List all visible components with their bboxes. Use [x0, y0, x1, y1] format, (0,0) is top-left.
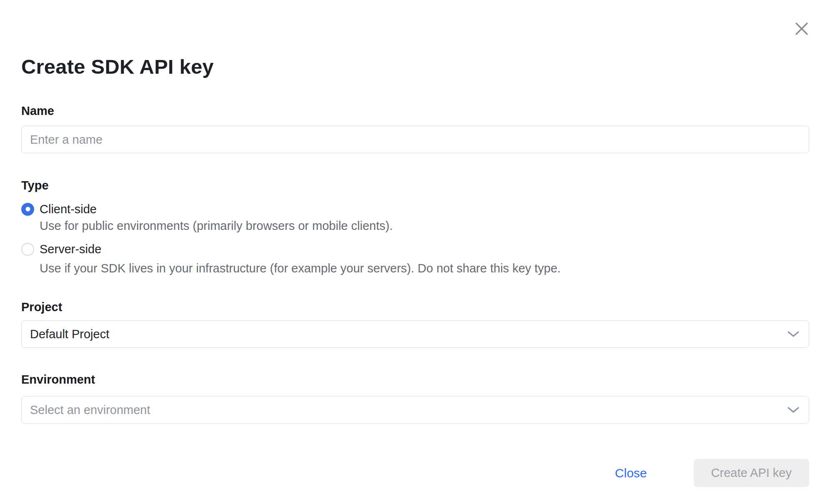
- dialog-title: Create SDK API key: [21, 0, 809, 78]
- close-link[interactable]: Close: [615, 466, 647, 480]
- x-icon: [793, 20, 810, 37]
- environment-label: Environment: [21, 373, 809, 386]
- radio-selected-icon[interactable]: [21, 203, 34, 216]
- environment-select[interactable]: Select an environment: [21, 396, 809, 424]
- radio-option-server-side[interactable]: Server-side: [21, 242, 809, 256]
- dialog-footer: Close Create API key: [21, 459, 809, 487]
- chevron-down-icon: [787, 330, 800, 338]
- create-api-key-button[interactable]: Create API key: [694, 459, 809, 487]
- radio-unselected-icon[interactable]: [21, 243, 34, 256]
- project-select-value: Default Project: [30, 327, 109, 341]
- name-label: Name: [21, 105, 809, 117]
- type-label: Type: [21, 179, 809, 192]
- create-sdk-api-key-dialog: Create SDK API key Name Type Client-side…: [0, 0, 825, 504]
- chevron-down-icon: [787, 406, 800, 414]
- radio-option-description: Use if your SDK lives in your infrastruc…: [40, 262, 809, 274]
- radio-option-description: Use for public environments (primarily b…: [40, 220, 809, 232]
- project-select[interactable]: Default Project: [21, 320, 809, 348]
- name-input[interactable]: [21, 126, 809, 153]
- radio-option-label: Server-side: [40, 242, 101, 256]
- environment-select-placeholder: Select an environment: [30, 403, 150, 417]
- radio-option-client-side[interactable]: Client-side: [21, 202, 809, 216]
- project-label: Project: [21, 301, 809, 313]
- radio-option-label: Client-side: [40, 202, 97, 216]
- close-button[interactable]: [792, 19, 811, 38]
